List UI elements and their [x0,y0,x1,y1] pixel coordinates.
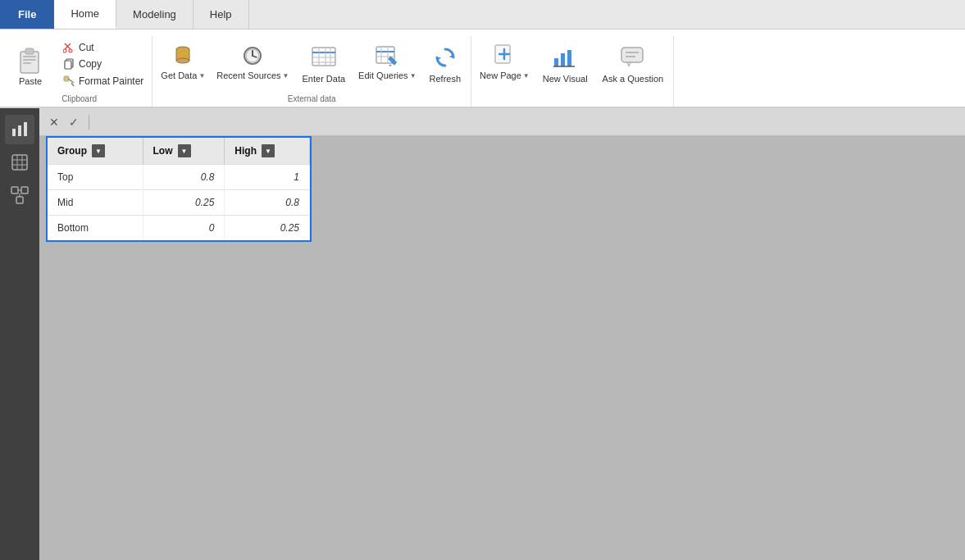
main-area: ✕ ✓ Group ▼ [0,108,965,560]
cell-mid-low: 0.25 [143,190,225,216]
cut-label: Cut [79,42,94,53]
ask-questions-label: Ask a Question [603,74,664,84]
tab-help[interactable]: Help [193,0,249,29]
cell-bottom-low: 0 [143,216,225,241]
sidebar-icon-model[interactable] [5,180,34,210]
svg-marker-36 [389,65,392,66]
svg-rect-10 [65,61,71,69]
paste-icon [15,43,46,75]
table-row: Bottom 0 0.25 [48,216,310,241]
cell-top-group: Top [48,165,143,190]
format-painter-icon [62,75,75,88]
cell-mid-group: Mid [48,190,143,216]
pages-group-label [475,93,670,107]
paste-button[interactable]: Paste [7,36,54,93]
svg-rect-4 [23,62,31,64]
cut-button[interactable]: Cut [57,39,148,56]
table-row: Top 0.8 1 [48,165,310,190]
formula-separator [89,115,89,130]
format-painter-button[interactable]: Format Painter [57,73,148,89]
svg-marker-47 [627,62,630,66]
get-data-arrow: ▼ [198,72,205,80]
tab-file[interactable]: File [0,0,54,29]
edit-queries-arrow: ▼ [410,72,416,80]
svg-rect-53 [12,155,27,170]
edit-queries-button[interactable]: Edit Queries ▼ [353,39,421,93]
ask-questions-button[interactable]: Ask a Question [596,39,671,93]
get-data-button[interactable]: Get Data ▼ [156,39,210,93]
cut-icon [62,41,75,54]
group-col-dropdown[interactable]: ▼ [92,144,105,157]
low-col-dropdown[interactable]: ▼ [178,144,191,157]
svg-rect-2 [23,56,36,57]
pages-group: New Page ▼ New V [471,36,674,107]
cell-bottom-high: 0.25 [225,216,310,241]
edit-queries-label: Edit Queries [358,71,408,81]
new-page-arrow: ▼ [523,72,530,80]
clipboard-group-label: Clipboard [7,93,152,107]
external-data-group: Get Data ▼ [152,36,471,107]
cell-bottom-group: Bottom [48,216,143,241]
recent-sources-button[interactable]: Recent Sources ▼ [212,39,294,93]
data-table-container: Group ▼ Low ▼ High [46,136,312,242]
svg-rect-50 [12,129,16,136]
get-data-label: Get Data [161,71,197,81]
cell-top-high: 1 [225,165,310,190]
edit-queries-icon [374,43,400,69]
formula-confirm-button[interactable]: ✓ [66,114,82,130]
content-area: ✕ ✓ Group ▼ [39,108,965,560]
new-page-icon [491,43,517,69]
formula-bar: ✕ ✓ [39,108,965,136]
copy-icon [62,57,75,71]
left-sidebar [0,108,39,560]
external-data-group-label: External data [156,93,467,107]
copy-button[interactable]: Copy [57,56,148,72]
svg-rect-23 [312,48,335,66]
clipboard-group: Paste Cut [7,36,152,107]
svg-rect-52 [24,122,27,136]
high-col-dropdown[interactable]: ▼ [262,144,275,157]
svg-rect-44 [567,50,571,66]
recent-sources-icon [239,43,266,69]
ask-questions-icon [618,43,648,72]
col-group-header: Group ▼ [48,138,143,165]
refresh-icon [430,43,460,72]
paste-label: Paste [19,76,42,86]
cell-mid-high: 0.8 [225,190,310,216]
new-visual-icon [550,43,580,72]
sidebar-icon-table[interactable] [5,148,34,177]
format-painter-label: Format Painter [79,75,143,87]
svg-rect-46 [621,48,643,62]
svg-rect-60 [16,197,23,203]
recent-sources-arrow: ▼ [283,72,289,80]
tab-modeling[interactable]: Modeling [116,0,193,29]
ribbon: Paste Cut [0,30,965,108]
refresh-label: Refresh [430,74,462,84]
tab-bar: File Home Modeling Help [0,0,965,30]
refresh-button[interactable]: Refresh [423,39,468,93]
sidebar-icon-chart[interactable] [5,115,34,144]
copy-label: Copy [79,58,102,70]
enter-data-icon [309,43,339,72]
col-high-header: High ▼ [225,138,310,165]
data-table: Group ▼ Low ▼ High [48,138,310,240]
formula-cancel-button[interactable]: ✕ [46,114,62,130]
new-visual-label: New Visual [543,74,588,84]
col-low-header: Low ▼ [143,138,225,165]
new-visual-button[interactable]: New Visual [536,39,594,93]
table-row: Mid 0.25 0.8 [48,190,310,216]
svg-rect-51 [18,125,21,136]
new-page-button[interactable]: New Page ▼ [475,39,535,93]
svg-point-16 [176,58,189,63]
tab-home[interactable]: Home [54,0,116,29]
enter-data-button[interactable]: Enter Data [296,39,353,93]
get-data-icon [170,43,196,69]
svg-point-7 [63,49,66,52]
cell-top-low: 0.8 [143,165,225,190]
clipboard-right: Cut Copy [54,36,152,93]
svg-rect-1 [25,48,34,54]
new-page-label: New Page [480,71,521,81]
svg-rect-58 [11,187,18,193]
svg-rect-43 [561,53,565,66]
recent-sources-label: Recent Sources [216,71,280,81]
